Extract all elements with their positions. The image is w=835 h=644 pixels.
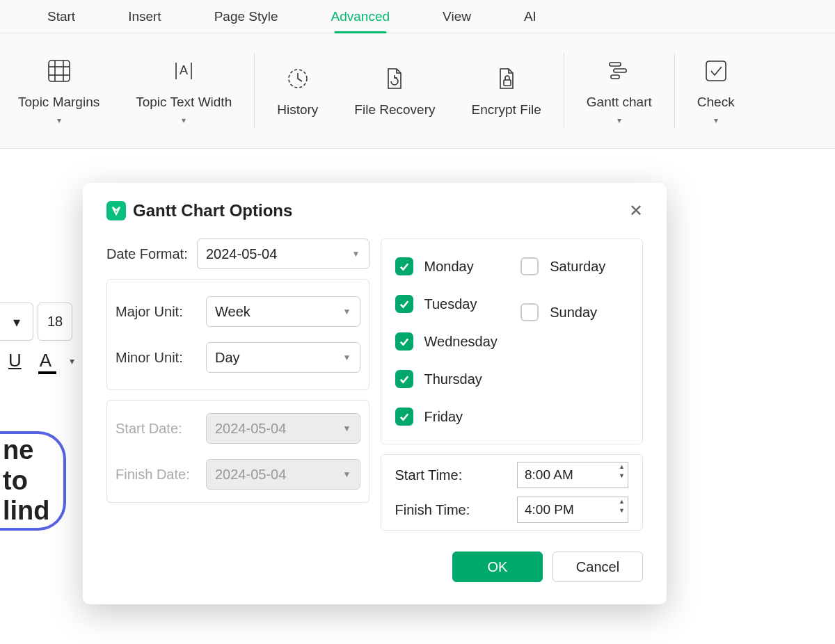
encrypt-file-label: Encrypt File — [471, 102, 541, 118]
check-icon — [395, 370, 413, 388]
close-button[interactable]: ✕ — [629, 201, 643, 220]
checkbox-wednesday[interactable]: Wednesday — [395, 332, 503, 351]
chevron-down-icon: ▾ — [182, 115, 186, 125]
checkbox-friday[interactable]: Friday — [395, 408, 503, 426]
topic-card-fragment: ne to lind — [0, 431, 66, 531]
chevron-down-icon: ▾ — [57, 115, 61, 125]
check-icon — [395, 257, 413, 275]
check-icon — [395, 332, 413, 351]
checkbox-empty-icon — [520, 303, 539, 321]
check-button[interactable]: Check ▾ — [679, 40, 753, 141]
chevron-down-icon: ▼ — [343, 353, 351, 362]
font-family-dropdown-fragment[interactable]: ▾ — [0, 303, 33, 341]
start-date-select: 2024-05-04▼ — [206, 413, 360, 444]
font-size-dropdown[interactable]: 18 — [38, 303, 72, 341]
chevron-down-icon: ▼ — [343, 424, 351, 433]
date-range-group: Start Date: 2024-05-04▼ Finish Date: 202… — [106, 400, 369, 503]
topic-margins-label: Topic Margins — [18, 95, 100, 110]
finish-time-input[interactable]: 4:00 PM ▲▼ — [517, 497, 628, 523]
checkbox-sunday[interactable]: Sunday — [520, 303, 628, 321]
chevron-down-icon: ▼ — [352, 249, 360, 259]
gantt-chart-label: Gantt chart — [587, 95, 652, 110]
major-unit-select[interactable]: Week▼ — [206, 296, 360, 327]
start-date-label: Start Date: — [116, 421, 199, 437]
font-color-button[interactable]: A — [40, 350, 51, 371]
file-recovery-icon — [381, 65, 408, 92]
gantt-options-dialog: Gantt Chart Options ✕ Date Format: 2024-… — [83, 183, 667, 604]
finish-date-label: Finish Date: — [116, 467, 199, 483]
tab-ai[interactable]: AI — [498, 0, 563, 33]
checkbox-thursday[interactable]: Thursday — [395, 370, 503, 388]
topic-text-line1: ne to — [3, 435, 63, 496]
working-days-panel: Monday Tuesday Wednesday Thursday — [381, 239, 644, 444]
finish-date-select: 2024-05-04▼ — [206, 459, 360, 490]
unit-group: Major Unit: Week▼ Minor Unit: Day▼ — [106, 279, 369, 390]
ok-button[interactable]: OK — [452, 552, 543, 582]
chevron-down-icon: ▾ — [617, 115, 621, 125]
underline-button[interactable]: U — [8, 350, 22, 371]
topic-text-line2: lind — [3, 496, 50, 526]
text-style-buttons: U A ▾ — [8, 350, 74, 371]
checkbox-monday[interactable]: Monday — [395, 257, 503, 275]
svg-rect-13 — [706, 61, 726, 81]
checkbox-tuesday[interactable]: Tuesday — [395, 295, 503, 313]
file-recovery-button[interactable]: File Recovery — [336, 40, 453, 141]
step-up-icon[interactable]: ▲ — [619, 499, 625, 505]
svg-rect-10 — [610, 63, 621, 66]
chevron-down-icon: ▼ — [343, 469, 351, 479]
step-down-icon[interactable]: ▼ — [619, 473, 625, 479]
step-up-icon[interactable]: ▲ — [619, 464, 625, 470]
history-icon — [284, 65, 312, 92]
gantt-icon — [605, 57, 633, 85]
history-button[interactable]: History — [259, 40, 336, 141]
topic-margins-button[interactable]: Topic Margins ▾ — [0, 40, 118, 141]
topic-text-width-button[interactable]: A Topic Text Width ▾ — [118, 40, 250, 141]
start-time-input[interactable]: 8:00 AM ▲▼ — [517, 462, 628, 488]
finish-time-label: Finish Time: — [395, 502, 486, 518]
encrypt-file-icon — [493, 65, 520, 92]
minor-unit-select[interactable]: Day▼ — [206, 342, 360, 373]
chevron-down-icon: ▾ — [714, 115, 718, 125]
tab-page-style[interactable]: Page Style — [188, 0, 305, 33]
chevron-down-icon: ▼ — [343, 307, 351, 316]
dialog-title: Gantt Chart Options — [133, 201, 292, 220]
svg-text:A: A — [180, 63, 188, 77]
history-label: History — [277, 102, 318, 118]
svg-rect-12 — [611, 75, 619, 79]
checkbox-saturday[interactable]: Saturday — [520, 257, 628, 275]
svg-rect-11 — [614, 69, 626, 72]
tab-start[interactable]: Start — [21, 0, 102, 33]
check-icon — [702, 57, 730, 85]
font-size-dropdowns: ▾ 18 — [0, 303, 72, 341]
cancel-button[interactable]: Cancel — [552, 552, 643, 582]
encrypt-file-button[interactable]: Encrypt File — [453, 40, 559, 141]
check-icon — [395, 295, 413, 313]
gantt-chart-button[interactable]: Gantt chart ▾ — [568, 40, 670, 141]
topic-text-width-label: Topic Text Width — [136, 95, 232, 110]
checkbox-empty-icon — [520, 257, 539, 275]
start-time-label: Start Time: — [395, 467, 486, 483]
svg-rect-9 — [504, 80, 511, 86]
tab-advanced[interactable]: Advanced — [305, 0, 417, 33]
check-icon — [395, 408, 413, 426]
toolbar-separator — [674, 53, 675, 129]
date-format-label: Date Format: — [106, 246, 190, 262]
tab-view[interactable]: View — [416, 0, 498, 33]
svg-rect-0 — [49, 61, 70, 81]
toolbar-separator — [564, 53, 564, 129]
file-recovery-label: File Recovery — [354, 102, 435, 118]
tab-insert[interactable]: Insert — [102, 0, 188, 33]
check-label: Check — [697, 95, 735, 110]
toolbar-separator — [254, 53, 255, 129]
text-width-icon: A — [170, 57, 198, 85]
ribbon-toolbar: Topic Margins ▾ A Topic Text Width ▾ His… — [0, 33, 835, 149]
date-format-select[interactable]: 2024-05-04▼ — [197, 239, 369, 269]
margins-icon — [45, 57, 73, 85]
menu-tabs: Start Insert Page Style Advanced View AI — [0, 0, 835, 33]
time-range-panel: Start Time: 8:00 AM ▲▼ Finish Time: 4:00… — [381, 454, 644, 531]
chevron-down-icon[interactable]: ▾ — [70, 355, 74, 367]
step-down-icon[interactable]: ▼ — [619, 508, 625, 514]
minor-unit-label: Minor Unit: — [116, 350, 199, 366]
app-logo-icon — [106, 201, 126, 220]
major-unit-label: Major Unit: — [116, 304, 199, 320]
